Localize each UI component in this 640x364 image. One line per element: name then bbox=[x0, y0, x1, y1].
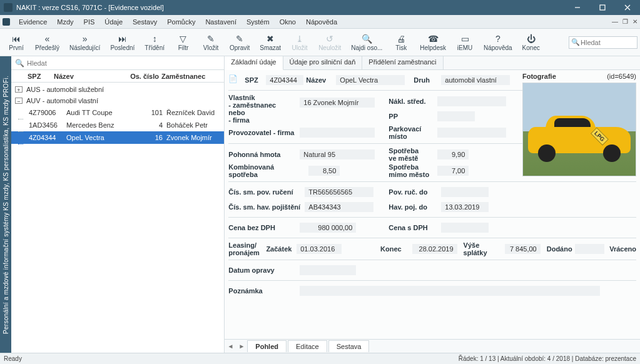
toolbar-label: Neuložit bbox=[318, 44, 341, 51]
toolbar-posledn--button[interactable]: ⏭Poslední bbox=[105, 32, 140, 53]
toolbar-vlo-it-button[interactable]: ✎Vložit bbox=[197, 32, 225, 53]
bottom-tab-sestava[interactable]: Sestava bbox=[328, 340, 370, 352]
left-search-input[interactable] bbox=[27, 59, 224, 67]
val-do[interactable] bbox=[300, 265, 356, 275]
minimize-button[interactable] bbox=[565, 0, 590, 15]
toolbar-helpdesk-button[interactable]: ☎Helpdesk bbox=[415, 32, 451, 53]
tab-prideleni[interactable]: Přidělení zaměstnanci bbox=[362, 56, 443, 69]
val-park[interactable] bbox=[437, 128, 506, 138]
group-auv[interactable]: − AUV - automobil vlastní bbox=[11, 95, 224, 106]
chevron-right-icon[interactable]: ► bbox=[236, 343, 247, 350]
posledn--icon: ⏭ bbox=[118, 33, 127, 44]
toolbar-label: Opravit bbox=[230, 44, 250, 51]
toolbar-ulo-it-button: ⤓Uložit bbox=[286, 32, 313, 53]
val-dodano[interactable] bbox=[575, 244, 605, 254]
toolbar-iemu-button[interactable]: ▭iEMU bbox=[451, 32, 479, 53]
toolbar-tisk-button[interactable]: 🖨Tisk bbox=[387, 32, 415, 53]
app-icon bbox=[4, 3, 13, 12]
val-ph[interactable]: Natural 95 bbox=[300, 149, 375, 159]
val-zacatek[interactable]: 01.03.2016 bbox=[297, 244, 342, 254]
detail-form: Fotografie (id=6549) LPG 📄 SPZ 4Z04344 N… bbox=[225, 70, 640, 339]
detail-tabs: Základní údaje Údaje pro silniční daň Př… bbox=[225, 56, 640, 70]
bottom-tab-editace[interactable]: Editace bbox=[288, 340, 327, 352]
tab-silnicni[interactable]: Údaje pro silniční daň bbox=[283, 56, 363, 69]
menu-pomucky[interactable]: Pomůcky bbox=[162, 18, 200, 26]
collapse-icon[interactable]: − bbox=[15, 98, 23, 104]
close-button[interactable] bbox=[615, 0, 640, 15]
lbl-poznamka: Poznámka bbox=[228, 287, 297, 295]
toolbar-filtr-button[interactable]: ▽Filtr bbox=[170, 32, 197, 53]
lbl-ph: Pohonná hmota bbox=[228, 151, 297, 158]
maximize-button[interactable] bbox=[590, 0, 615, 15]
group-label: AUS - automobil služební bbox=[26, 86, 104, 93]
toolbar-label: Tisk bbox=[395, 44, 407, 51]
mdi-minimize-icon[interactable]: — bbox=[610, 18, 620, 25]
toolbar-search: 🔍 bbox=[569, 36, 637, 49]
toolbar-t-d-n--button[interactable]: ↕Třídění bbox=[140, 32, 170, 53]
val-cbd[interactable]: 980 000,00 bbox=[300, 223, 356, 233]
menu-okno[interactable]: Okno bbox=[275, 18, 301, 26]
val-sm[interactable]: 9,90 bbox=[437, 149, 469, 159]
menu-system[interactable]: Systém bbox=[241, 18, 275, 26]
val-csd[interactable] bbox=[441, 223, 489, 233]
toolbar-konec-button[interactable]: ⏻Konec bbox=[517, 32, 545, 53]
titlebar: NAKIT : verze CS16, 7071C - [Evidence vo… bbox=[0, 0, 640, 15]
table-row[interactable]: 1AD3456 Mercedes Benz 4 Boháček Petr bbox=[11, 119, 224, 131]
menubar: Evidence Mzdy PIS Údaje Sestavy Pomůcky … bbox=[0, 15, 640, 29]
col-zam[interactable]: Zaměstnanec bbox=[161, 73, 224, 80]
val-ks[interactable]: 8,50 bbox=[308, 166, 340, 176]
val-poznamka[interactable] bbox=[300, 286, 600, 296]
chevron-left-icon[interactable]: ◄ bbox=[225, 343, 236, 350]
toolbar-n-pov-da-button[interactable]: ?Nápověda bbox=[479, 32, 517, 53]
group-aus[interactable]: + AUS - automobil služební bbox=[11, 84, 224, 95]
col-nazev[interactable]: Název bbox=[54, 73, 124, 80]
bottom-tab-pohled[interactable]: Pohled bbox=[247, 340, 287, 352]
col-spz[interactable]: SPZ bbox=[11, 73, 54, 80]
cell-os: 101 bbox=[139, 109, 166, 116]
vehicle-photo[interactable]: LPG bbox=[522, 83, 636, 176]
col-os[interactable]: Os. číslo bbox=[124, 73, 161, 80]
photo-title: Fotografie bbox=[522, 73, 556, 80]
toolbar-smazat-button[interactable]: ✖Smazat bbox=[255, 32, 286, 53]
val-chp[interactable]: AB434343 bbox=[305, 202, 373, 212]
val-nazev[interactable]: OpeL Vectra bbox=[336, 75, 405, 85]
val-konec[interactable]: 28.02.2019 bbox=[412, 244, 457, 254]
val-spz[interactable]: 4Z04344 bbox=[266, 75, 303, 85]
val-cpr[interactable]: TR565656565 bbox=[305, 187, 373, 197]
menu-evidence[interactable]: Evidence bbox=[14, 18, 52, 26]
table-row-selected[interactable]: 4Z04344 OpeL Vectra 16 Zvonek Mojmír bbox=[11, 131, 224, 144]
cell-spz: 1AD3456 bbox=[26, 121, 66, 129]
group-label: AUV - automobil vlastní bbox=[26, 97, 98, 104]
val-vs[interactable]: 7 845,00 bbox=[505, 244, 541, 254]
val-vlastnik[interactable]: 16 Zvonek Mojmír bbox=[300, 98, 375, 108]
expand-icon[interactable]: + bbox=[15, 86, 23, 93]
table-row[interactable]: 4Z79006 Audi TT Coupe 101 Řezníček David bbox=[11, 106, 224, 119]
mdi-close-icon[interactable]: ✕ bbox=[630, 18, 640, 25]
toolbar-label: Smazat bbox=[260, 44, 281, 51]
helpdesk-icon: ☎ bbox=[428, 33, 439, 44]
left-header: SPZ Název Os. číslo Zaměstnanec bbox=[11, 70, 224, 83]
menu-mzdy[interactable]: Mzdy bbox=[52, 18, 78, 26]
val-hpd[interactable]: 13.03.2019 bbox=[441, 202, 489, 212]
val-druh[interactable]: automobil vlastní bbox=[441, 75, 510, 85]
menu-udaje[interactable]: Údaje bbox=[99, 18, 128, 26]
menu-napoveda[interactable]: Nápověda bbox=[301, 18, 342, 26]
toolbar-n-sleduj-c--button[interactable]: »Následující bbox=[64, 32, 105, 53]
val-prd[interactable] bbox=[441, 187, 489, 197]
lbl-chp: Čís. sm. hav. pojištění bbox=[228, 203, 302, 211]
menu-nastaveni[interactable]: Nastavení bbox=[200, 18, 241, 26]
val-prov[interactable] bbox=[300, 128, 375, 138]
val-smm[interactable]: 7,00 bbox=[437, 166, 469, 176]
toolbar-p-ede-l--button[interactable]: «Předešlý bbox=[30, 32, 64, 53]
toolbar-opravit-button[interactable]: ✎Opravit bbox=[225, 32, 255, 53]
tab-zakladni[interactable]: Základní údaje bbox=[225, 56, 283, 70]
menu-sestavy[interactable]: Sestavy bbox=[128, 18, 162, 26]
menu-pis[interactable]: PIS bbox=[79, 18, 100, 26]
val-pp[interactable] bbox=[437, 111, 475, 121]
toolbar-najdi-oso--button[interactable]: 🔍Najdi oso... bbox=[346, 32, 387, 53]
toolbar-prvn--button[interactable]: ⏮První bbox=[3, 32, 30, 53]
val-nakl[interactable] bbox=[437, 96, 506, 106]
lbl-cpr: Čís. sm. pov. ručení bbox=[228, 188, 302, 196]
mdi-restore-icon[interactable]: ❐ bbox=[620, 18, 630, 25]
cell-os: 4 bbox=[139, 121, 166, 129]
